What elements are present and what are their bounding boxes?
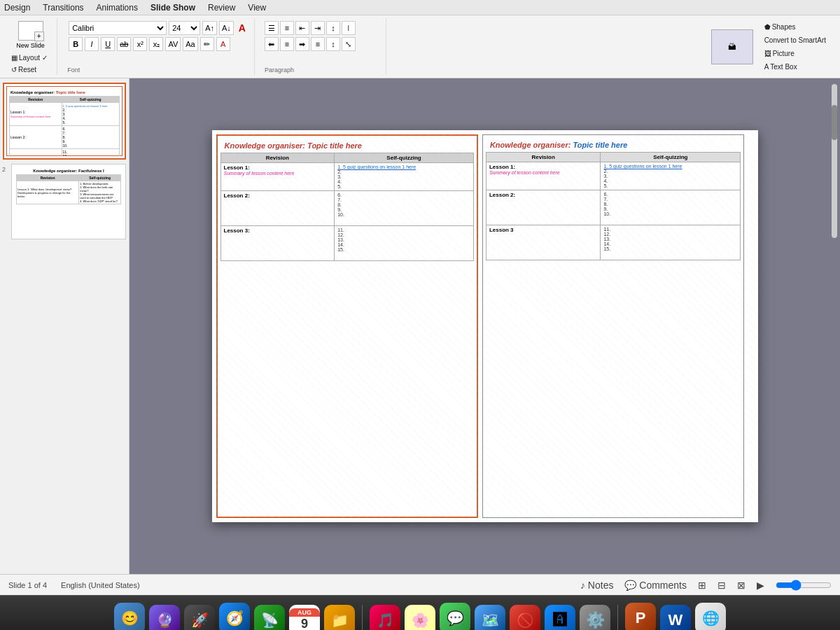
left-title-plain: Knowledge organiser: xyxy=(225,141,306,150)
dock-maps[interactable]: 🗺️ xyxy=(475,605,505,631)
subscript-button[interactable]: x₂ xyxy=(149,37,163,51)
paragraph-group-label: Paragraph xyxy=(265,66,294,74)
highlight-button[interactable]: ✏ xyxy=(200,37,214,51)
dock-calendar[interactable]: AUG 9 xyxy=(289,605,320,631)
left-ko-title: Knowledge organiser: Topic title here xyxy=(220,139,474,153)
left-quiz-item1: 1. 5 quiz questions on lesson 1 here xyxy=(337,164,470,169)
right-lesson3-row: Lesson 3 11. 12. 13. 14. 15. xyxy=(486,225,740,260)
slide-thumb-2-content: Knowledge organiser: Factfulness I Revis… xyxy=(14,167,123,237)
slide-info: Slide 1 of 4 xyxy=(8,581,47,589)
numbering-button[interactable]: ≡ xyxy=(280,21,294,35)
thumb1-title: Knowledge organiser: Topic title here xyxy=(9,89,120,96)
left-quiz-4: 4. xyxy=(337,179,470,184)
decrease-indent-button[interactable]: ⇤ xyxy=(295,21,309,35)
new-slide-button[interactable]: New Slide xyxy=(12,20,49,50)
left-lesson3-row: Lesson 3: 11. 12. 13. 14. 15. xyxy=(220,226,473,261)
menu-view[interactable]: View xyxy=(248,3,266,13)
right-lesson1-summary: Summary of lesson content here xyxy=(489,170,598,175)
layout-button[interactable]: ▦ Layout ✓ xyxy=(8,52,52,63)
text-direction-button[interactable]: ↕ xyxy=(326,37,340,51)
dock-settings[interactable]: ⚙️ xyxy=(580,605,610,631)
left-ko-table: Revision Self-quizzing Lesson 1: Summary… xyxy=(220,153,474,261)
underline-button[interactable]: U xyxy=(101,37,115,51)
italic-button[interactable]: I xyxy=(85,37,99,51)
slide-thumb-1-content: Knowledge organiser: Topic title here Re… xyxy=(6,86,122,156)
right-quiz-13: 13. xyxy=(603,237,737,241)
slideshow-button[interactable]: ▶ xyxy=(757,580,764,591)
right-quiz-14: 14. xyxy=(603,241,737,246)
dock-photos[interactable]: 🌸 xyxy=(405,605,435,631)
slide-number-2: 2 xyxy=(2,166,6,173)
strikethrough-button[interactable]: ab xyxy=(117,37,131,51)
right-quiz-item1: 1. 5 quiz questions on lesson 1 here xyxy=(603,164,737,169)
right-quiz-4: 4. xyxy=(603,178,737,183)
smart-lookup-button[interactable]: ⤡ xyxy=(342,37,356,51)
dock-news[interactable]: 🚫 xyxy=(510,605,540,631)
picture-button[interactable]: 🖼 Picture xyxy=(762,48,829,59)
dock-powerpoint[interactable]: P xyxy=(625,603,656,631)
shrink-font-button[interactable]: A↓ xyxy=(219,21,234,35)
dock-chrome[interactable]: 🌐 xyxy=(695,603,726,631)
left-quiz-10: 10. xyxy=(337,212,470,217)
dock-finder[interactable]: 😊 xyxy=(114,603,145,631)
bold-button[interactable]: B xyxy=(69,37,83,51)
slide-thumb-2[interactable]: 2 Knowledge organiser: Factfulness I Rev… xyxy=(11,164,126,239)
menu-bar: Design Transitions Animations Slide Show… xyxy=(0,0,840,15)
line-spacing-button[interactable]: ↕ xyxy=(326,21,340,35)
justify-button[interactable]: ≡ xyxy=(311,37,325,51)
dock-safari[interactable]: 🧭 xyxy=(219,603,250,631)
dock-messages[interactable]: 💬 xyxy=(440,603,470,631)
slide-editor[interactable]: Knowledge organiser: Topic title here Re… xyxy=(130,78,840,574)
menu-animations[interactable]: Animations xyxy=(97,3,138,13)
grow-font-button[interactable]: A↑ xyxy=(202,21,217,35)
dock-word[interactable]: W xyxy=(660,605,691,631)
textbox-icon: A xyxy=(764,63,769,71)
right-title-plain: Knowledge organiser: xyxy=(490,141,571,149)
textbox-button[interactable]: A Text Box xyxy=(762,62,829,72)
slide-thumb-1[interactable]: 1 Knowledge organiser: Topic title here … xyxy=(3,83,126,160)
dock-music[interactable]: 🎵 xyxy=(370,605,400,631)
notes-button[interactable]: ♪ Notes xyxy=(580,580,613,591)
ribbon-right-tools: 🏔 ⬟ Shapes Convert to SmartArt 🖼 Picture… xyxy=(711,18,836,75)
dock-appstore[interactable]: 🅰 xyxy=(545,605,575,631)
align-center-button[interactable]: ≡ xyxy=(280,37,294,51)
superscript-button[interactable]: x² xyxy=(133,37,147,51)
menu-design[interactable]: Design xyxy=(4,3,30,13)
comments-button[interactable]: 💬 Comments xyxy=(624,580,687,591)
dock-launchpad[interactable]: 🚀 xyxy=(184,605,215,631)
right-quiz-9: 9. xyxy=(603,206,737,211)
right-lesson3-label: Lesson 3 xyxy=(489,227,598,233)
ribbon-group-slides: New Slide ▦ Layout ✓ ↺ Reset ☰ Section ✓… xyxy=(4,18,57,75)
reset-button[interactable]: ↺ Reset xyxy=(8,64,52,75)
zoom-slider[interactable] xyxy=(776,580,832,591)
right-lesson1-label: Lesson 1: xyxy=(489,164,598,170)
normal-view-button[interactable]: ⊞ xyxy=(698,580,706,591)
font-size-select[interactable]: 24 xyxy=(169,21,200,35)
columns-button[interactable]: ⁞ xyxy=(342,21,356,35)
vertical-scrollbar[interactable] xyxy=(832,84,837,238)
slide-sorter-button[interactable]: ⊟ xyxy=(718,580,726,591)
fontcolor-button[interactable]: A xyxy=(216,37,230,51)
font-family-select[interactable]: Calibri xyxy=(69,21,167,35)
shapes-button[interactable]: ⬟ Shapes xyxy=(762,22,829,32)
menu-transitions[interactable]: Transitions xyxy=(43,3,83,13)
increase-indent-button[interactable]: ⇥ xyxy=(311,21,325,35)
dock-siri[interactable]: 🔮 xyxy=(149,605,180,631)
main-slide: Knowledge organiser: Topic title here Re… xyxy=(212,130,758,522)
left-quiz-6: 6. xyxy=(337,192,470,197)
reading-view-button[interactable]: ⊠ xyxy=(737,580,746,591)
align-right-button[interactable]: ➡ xyxy=(295,37,309,51)
menu-slideshow[interactable]: Slide Show xyxy=(150,3,195,13)
charspace-button[interactable]: AV xyxy=(165,37,181,51)
font-color-indicator: A xyxy=(236,22,248,34)
scrollbar-thumb[interactable] xyxy=(832,105,837,140)
dock-files[interactable]: 📁 xyxy=(324,605,355,631)
left-lesson1-label: Lesson 1: xyxy=(224,164,332,171)
align-left-button[interactable]: ⬅ xyxy=(265,37,279,51)
convert-smartart-button[interactable]: Convert to SmartArt xyxy=(762,35,829,46)
menu-review[interactable]: Review xyxy=(208,3,235,13)
aa-button[interactable]: Aa xyxy=(183,37,197,51)
bullets-button[interactable]: ☰ xyxy=(265,21,279,35)
right-organiser: Knowledge organiser: Topic title here Re… xyxy=(482,134,744,518)
dock-satellite[interactable]: 📡 xyxy=(254,605,285,631)
